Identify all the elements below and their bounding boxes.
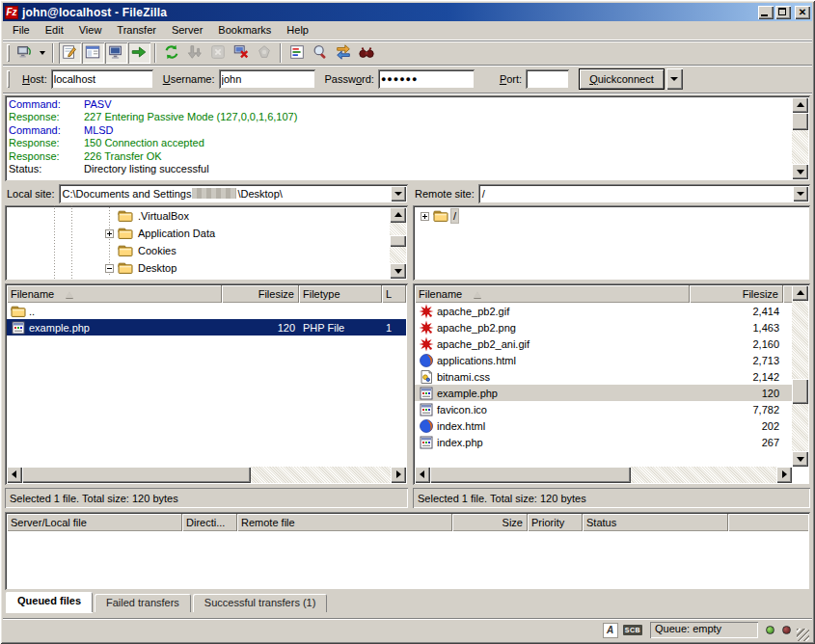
tree-item-application-data[interactable]: Application Data (105, 225, 389, 242)
queue-column-size[interactable]: Size (452, 514, 528, 531)
quickconnect-grip[interactable] (7, 70, 10, 88)
maximize-button[interactable] (775, 6, 791, 19)
local-tree-scrollbar[interactable] (390, 207, 406, 279)
remote-site-dropdown-button[interactable] (793, 186, 808, 201)
expand-icon[interactable] (105, 229, 114, 238)
directory-filters-button[interactable] (286, 42, 309, 64)
column-header-label: Filesize (258, 288, 294, 300)
directory-comparison-button[interactable] (310, 42, 332, 64)
menu-file[interactable]: File (5, 22, 38, 39)
scroll-track[interactable] (792, 113, 808, 164)
filename-cell: applications.html (415, 352, 690, 368)
minimize-button[interactable] (758, 6, 774, 19)
scroll-thumb[interactable] (792, 113, 808, 130)
queue-column-server-local-file[interactable]: Server/Local file (7, 514, 182, 531)
scroll-track[interactable] (430, 467, 776, 483)
remote-list-scrollbar[interactable] (792, 285, 808, 467)
remote-list-hscrollbar[interactable] (415, 467, 792, 483)
username-input[interactable] (219, 69, 315, 89)
quickconnect-button[interactable]: Quickconnect (579, 68, 665, 90)
expand-icon[interactable] (421, 212, 429, 221)
synchronized-browsing-button[interactable] (333, 42, 355, 64)
password-input[interactable] (378, 69, 475, 89)
file-row-index-php[interactable]: index.php267 (415, 434, 792, 450)
scroll-track[interactable] (22, 467, 391, 483)
file-row-apache-pb2-png[interactable]: apache_pb2.png1,463 (415, 319, 792, 335)
file-row-item[interactable]: .. (7, 303, 406, 319)
menu-bookmarks[interactable]: Bookmarks (210, 22, 279, 39)
find-files-button[interactable] (356, 42, 378, 64)
tab-failed-transfers[interactable]: Failed transfers (95, 594, 191, 612)
scroll-down-button[interactable] (792, 451, 808, 467)
queue-column-priority[interactable]: Priority (528, 514, 583, 531)
queue-column-remote-file[interactable]: Remote file (237, 514, 452, 531)
scroll-up-button[interactable] (792, 285, 808, 301)
tree-item-item[interactable]: / (421, 207, 791, 225)
column-header-filename[interactable]: Filename (415, 285, 690, 303)
scroll-thumb[interactable] (390, 235, 406, 247)
remote-site-combo[interactable]: / (478, 184, 810, 203)
tree-item-virtualbox[interactable]: .VirtualBox (105, 207, 389, 225)
refresh-button[interactable] (161, 42, 183, 64)
file-row-example-php[interactable]: example.php120 (415, 385, 792, 401)
scroll-track[interactable] (390, 223, 406, 263)
menu-server[interactable]: Server (164, 22, 210, 39)
toggle-local-tree-button[interactable] (82, 42, 104, 64)
queue-column-status[interactable]: Status (583, 514, 728, 531)
tab-queued-files[interactable]: Queued files (6, 592, 93, 612)
file-row-applications-html[interactable]: applications.html2,713 (415, 352, 792, 368)
queue-column-directi[interactable]: Directi... (182, 514, 237, 531)
file-row-index-html[interactable]: index.html202 (415, 417, 792, 434)
file-row-apache-pb2-gif[interactable]: apache_pb2.gif2,414 (415, 303, 792, 319)
scroll-left-button[interactable] (415, 467, 430, 483)
chevron-down-icon (40, 51, 45, 55)
modified-cell: 1 (382, 319, 406, 335)
tab-successful-transfers-1[interactable]: Successful transfers (1) (193, 594, 328, 612)
collapse-icon[interactable] (105, 264, 114, 273)
scroll-up-button[interactable] (390, 207, 406, 223)
tree-item-desktop[interactable]: Desktop (105, 259, 389, 277)
toolbar-grip[interactable] (7, 44, 10, 62)
scroll-thumb[interactable] (22, 467, 251, 483)
local-site-path: C:\Documents and Settings\Desktop\ (63, 188, 283, 200)
scroll-right-button[interactable] (391, 467, 406, 483)
disconnect-button[interactable] (231, 42, 253, 64)
remote-status-bar: Selected 1 file. Total size: 120 bytes (413, 488, 810, 508)
scroll-down-button[interactable] (792, 164, 808, 179)
host-input[interactable] (51, 69, 153, 89)
quickconnect-dropdown-button[interactable] (666, 68, 683, 90)
local-site-dropdown-button[interactable] (391, 186, 406, 201)
close-button[interactable]: ✕ (795, 6, 810, 19)
column-header-filesize[interactable]: Filesize (222, 285, 299, 303)
local-site-combo[interactable]: C:\Documents and Settings\Desktop\ (59, 184, 408, 203)
local-list-hscrollbar[interactable] (7, 467, 406, 483)
site-manager-button[interactable] (14, 42, 36, 64)
scroll-right-button[interactable] (776, 467, 792, 483)
file-row-favicon-ico[interactable]: favicon.ico7,782 (415, 401, 792, 417)
log-scrollbar[interactable] (792, 97, 808, 179)
toggle-transfer-queue-button[interactable] (128, 42, 150, 64)
scroll-thumb[interactable] (430, 467, 631, 483)
menu-transfer[interactable]: Transfer (109, 22, 164, 39)
site-manager-dropdown-button[interactable] (36, 42, 48, 64)
scroll-track[interactable] (792, 301, 808, 451)
scroll-down-button[interactable] (390, 263, 406, 279)
menu-edit[interactable]: Edit (38, 22, 71, 39)
toggle-remote-tree-button[interactable] (105, 42, 127, 64)
column-header-l[interactable]: L (382, 285, 406, 303)
resize-grip[interactable] (797, 629, 809, 641)
toggle-message-log-button[interactable] (59, 42, 81, 64)
column-header-filename[interactable]: Filename (7, 285, 222, 303)
file-row-example-php[interactable]: example.php120PHP File1 (7, 319, 406, 335)
tree-item-cookies[interactable]: Cookies (105, 242, 389, 259)
column-header-filesize[interactable]: Filesize (690, 285, 783, 303)
port-input[interactable] (526, 69, 569, 89)
file-row-apache-pb2-ani-gif[interactable]: apache_pb2_ani.gif2,160 (415, 335, 792, 352)
scroll-left-button[interactable] (7, 467, 22, 483)
scroll-up-button[interactable] (792, 97, 808, 113)
menu-view[interactable]: View (71, 22, 110, 39)
scroll-thumb[interactable] (792, 379, 808, 404)
menu-help[interactable]: Help (279, 22, 316, 39)
file-row-bitnami-css[interactable]: bitnami.css2,142 (415, 368, 792, 385)
column-header-filetype[interactable]: Filetype (299, 285, 382, 303)
